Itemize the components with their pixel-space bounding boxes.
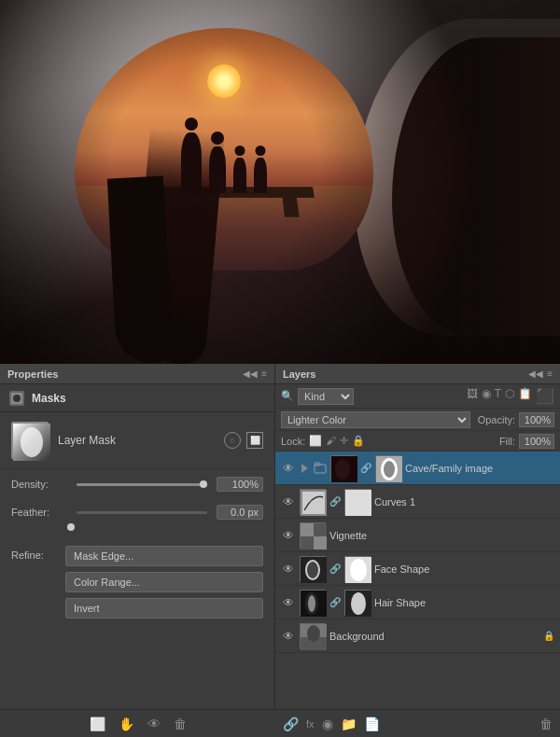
layer-mask-hair-shape [344, 590, 371, 616]
density-row: Density: 100% [0, 469, 274, 499]
properties-title: Properties [7, 368, 58, 380]
layer-mask-label: Layer Mask [49, 434, 224, 447]
layer-expand-cave-family[interactable] [301, 464, 308, 473]
layer-visibility-face-shape[interactable]: 👁 [281, 562, 296, 577]
layer-link-curves: 🔗 [329, 496, 341, 507]
density-slider-container [77, 483, 207, 486]
svg-point-1 [13, 395, 21, 402]
layers-titlebar: Layers ◀◀ ≡ [275, 364, 560, 384]
layer-visibility-hair-shape[interactable]: 👁 [281, 595, 296, 610]
layer-row-cave-family[interactable]: 👁 🔗 Ca [275, 452, 560, 485]
layers-title: Layers [283, 368, 315, 380]
layer-thumb-hair-shape [300, 590, 326, 616]
refine-label: Refine: [11, 546, 58, 561]
trash-icon-layers[interactable]: 🗑 [539, 716, 553, 731]
layer-row-background[interactable]: 👁 Background 🔒 [275, 619, 560, 653]
link-icon[interactable]: 🔗 [283, 716, 299, 731]
filter-adjustment-icon[interactable]: ◉ [482, 387, 491, 405]
layer-visibility-background[interactable]: 👁 [281, 629, 296, 644]
svg-point-26 [351, 592, 366, 615]
layers-controls: ◀◀ ≡ [528, 368, 553, 379]
properties-section-header: Masks [0, 384, 274, 412]
layer-label-vignette: Vignette [329, 530, 554, 541]
layer-link-hair-shape: 🔗 [329, 597, 341, 607]
layer-visibility-curves[interactable]: 👁 [281, 494, 296, 509]
layer-mask-row: Layer Mask ○ ⬜ [0, 412, 274, 469]
color-range-button[interactable]: Color Range... [65, 572, 263, 592]
layer-visibility-vignette[interactable]: 👁 [281, 528, 296, 543]
density-slider-thumb[interactable] [200, 480, 207, 488]
layers-filter-icons: 🖼 ◉ T ⬡ 📋 ⬛ [467, 387, 554, 405]
lock-brush-icon[interactable]: 🖌 [326, 435, 336, 447]
fill-input[interactable]: 100% [519, 434, 554, 449]
new-layer-icon[interactable]: 📄 [364, 716, 380, 731]
lock-transparency-icon[interactable]: ⬜ [309, 435, 322, 447]
layer-row-hair-shape[interactable]: 👁 🔗 Hair Shape [275, 586, 560, 619]
density-value[interactable]: 100% [217, 477, 263, 492]
bottom-toolbar-wrapper: ⬜ ✋ 👁 🗑 🔗 fx ◉ 📁 📄 🗑 [0, 709, 560, 737]
new-group-icon[interactable]: 📁 [341, 716, 357, 731]
svg-point-24 [308, 595, 315, 612]
vignette-overlay [0, 0, 560, 364]
properties-section-title: Masks [32, 392, 66, 405]
refine-buttons: Mask Edge... Color Range... Invert [65, 546, 263, 619]
mask-edge-button[interactable]: Mask Edge... [65, 546, 263, 566]
layer-label-face-shape: Face Shape [374, 563, 554, 575]
layer-label-curves: Curves 1 [374, 496, 554, 508]
invert-button[interactable]: Invert [65, 598, 263, 619]
density-slider-track[interactable] [77, 483, 207, 486]
hand-tool-icon[interactable]: ✋ [119, 716, 134, 731]
lock-all-icon[interactable]: 🔒 [352, 435, 365, 447]
layers-collapse-btn[interactable]: ◀◀ [528, 368, 543, 379]
properties-menu-btn[interactable]: ≡ [261, 368, 267, 379]
layer-label-hair-shape: Hair Shape [374, 597, 554, 608]
svg-point-10 [384, 461, 395, 478]
fx-label[interactable]: fx [306, 718, 315, 730]
feather-slider-thumb[interactable] [67, 523, 75, 531]
layer-kind-select[interactable]: Kind [298, 388, 354, 405]
layer-mask-curves [344, 489, 371, 515]
layer-row-curves[interactable]: 👁 🔗 Curves 1 [275, 485, 560, 519]
adjustment-circle-icon[interactable]: ◉ [322, 716, 333, 731]
filter-toggle[interactable]: ⬛ [536, 387, 554, 405]
mask-rect-icon[interactable]: ⬜ [246, 432, 263, 449]
layer-group-icon-cave [314, 462, 327, 475]
properties-panel: Properties ◀◀ ≡ Masks [0, 364, 275, 737]
svg-point-29 [307, 625, 320, 642]
layer-label-cave-family: Cave/Family image [405, 463, 554, 474]
layer-mask-face-shape [344, 556, 371, 582]
eye-icon[interactable]: 👁 [147, 716, 161, 731]
main-image [0, 0, 560, 364]
mask-circle-icon[interactable]: ○ [224, 432, 241, 449]
feather-top: Feather: 0.0 px [11, 505, 263, 520]
filter-text-icon[interactable]: T [495, 387, 501, 405]
layers-menu-btn[interactable]: ≡ [547, 368, 553, 379]
properties-bottom-toolbar: ⬜ ✋ 👁 🗑 [0, 709, 275, 737]
properties-titlebar: Properties ◀◀ ≡ [0, 364, 274, 384]
filter-shape-icon[interactable]: ⬡ [505, 387, 514, 405]
opacity-input[interactable]: 100% [519, 412, 554, 427]
layer-visibility-cave-family[interactable]: 👁 [281, 461, 296, 476]
svg-rect-16 [314, 536, 327, 549]
search-icon: 🔍 [281, 390, 294, 402]
properties-collapse-btn[interactable]: ◀◀ [243, 368, 258, 379]
fill-label: Fill: [499, 436, 515, 447]
feather-value[interactable]: 0.0 px [217, 505, 263, 520]
filter-image-icon[interactable]: 🖼 [467, 387, 478, 405]
lock-move-icon[interactable]: ✛ [340, 435, 348, 447]
lock-fill-row: Lock: ⬜ 🖌 ✛ 🔒 Fill: 100% [275, 431, 560, 452]
layer-row-vignette[interactable]: 👁 Vignette [275, 519, 560, 552]
trash-icon-props[interactable]: 🗑 [174, 716, 187, 731]
blend-mode-select[interactable]: Lighter Color [281, 411, 470, 428]
mask-icon-buttons: ○ ⬜ [224, 432, 263, 449]
masks-icon [9, 391, 24, 406]
lock-label: Lock: [281, 436, 305, 447]
lock-icons: ⬜ 🖌 ✛ 🔒 [309, 435, 365, 447]
properties-controls: ◀◀ ≡ [243, 368, 267, 379]
density-slider-fill [77, 483, 207, 486]
feather-slider-track[interactable] [77, 511, 207, 514]
layer-row-face-shape[interactable]: 👁 🔗 Face Shape [275, 552, 560, 586]
selection-icon[interactable]: ⬜ [90, 716, 105, 731]
layer-label-background: Background [329, 631, 539, 642]
filter-smart-icon[interactable]: 📋 [518, 387, 532, 405]
